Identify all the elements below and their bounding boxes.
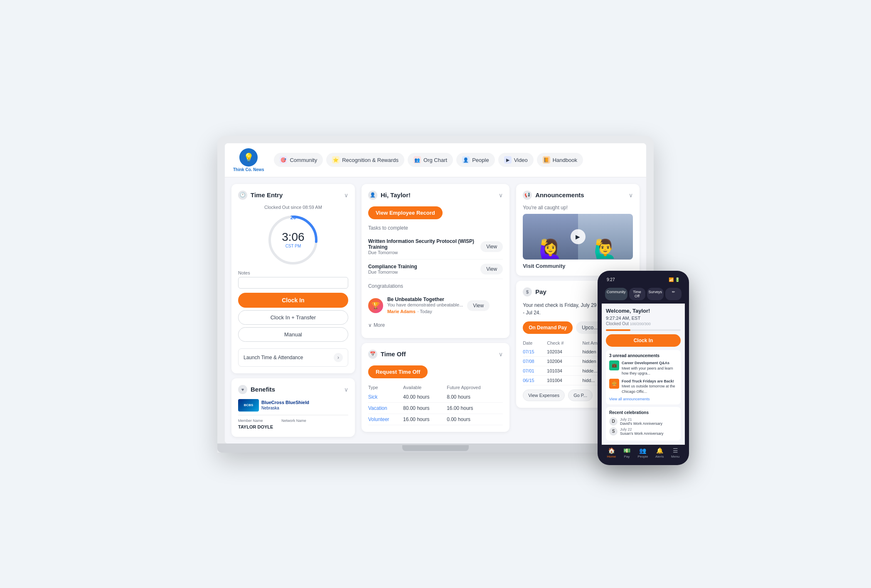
phone-clock-in-button[interactable]: Clock In <box>606 334 681 347</box>
phone-clock-time: 9:27:24 AM, EST <box>606 316 681 321</box>
tab-community[interactable]: 🎯 Community <box>274 153 323 167</box>
celeb-text-1: July 21 David's Work Anniversary <box>620 417 662 426</box>
launch-arrow-icon: › <box>334 353 343 362</box>
main-content: 🕐 Time Entry ∨ Clocked Out since 08:59 A… <box>225 177 646 443</box>
member-name-field: Member Name TAYLOR DOYLE <box>238 419 273 430</box>
col-available: Available <box>403 383 447 392</box>
go-button[interactable]: Go P... <box>568 390 593 401</box>
task-item-compliance: Compliance Training Due Tomorrow View <box>368 260 503 279</box>
phone-bottom-navigation: 🏠 Home 💵 Pay 👥 People 🔔 Alerts ☰ M <box>602 445 685 461</box>
table-row: Sick 40.00 hours 8.00 hours <box>368 392 503 403</box>
phone-celebrations: Recent celebrations D July 21 David's Wo… <box>606 407 681 441</box>
bcbs-logo: BCBS BlueCross BlueShield Nebraska <box>238 399 348 412</box>
on-demand-pay-button[interactable]: On Demand Pay <box>523 321 573 334</box>
visit-community-link[interactable]: Visit Community <box>523 263 633 269</box>
phone-nav-alerts[interactable]: 🔔 Alerts <box>655 447 664 458</box>
hi-card-collapse[interactable]: ∨ <box>499 192 503 198</box>
logo-icon: 💡 <box>239 148 258 167</box>
time-off-collapse[interactable]: ∨ <box>499 351 503 358</box>
caught-up-text: You're all caught up! <box>523 205 633 211</box>
pay-icon: 💵 <box>623 447 630 454</box>
logo-area: 💡 Think Co. News <box>233 148 264 172</box>
time-off-table: Type Available Future Approved Sick 40.0… <box>368 383 503 425</box>
celeb-text-2: July 22 Susan's Work Anniversary <box>620 427 664 436</box>
tab-people[interactable]: 👤 People <box>456 153 495 167</box>
view-wisp-button[interactable]: View <box>480 241 503 252</box>
phone-clocked-out-status: Clocked Out 100/200/300 <box>606 321 681 326</box>
phone-signal-icons: 📶 🔋 <box>669 277 680 282</box>
phone-content: Welcome, Taylor! 9:27:24 AM, EST Clocked… <box>602 304 685 445</box>
view-all-announcements-link[interactable]: View all announcements <box>609 397 677 401</box>
celeb-avatar-1: D <box>609 417 618 426</box>
phone-nav-people[interactable]: 👥 People <box>637 447 648 458</box>
view-compliance-button[interactable]: View <box>480 264 503 274</box>
clock-circle: 26 3:06 CST PM <box>266 213 320 267</box>
pay-col-check: Check # <box>547 339 582 347</box>
congrats-icon: 🏆 <box>368 298 383 313</box>
laptop-screen: 💡 Think Co. News 🎯 Community ⭐ Recogniti… <box>225 143 646 443</box>
more-button[interactable]: ∨ More <box>368 319 385 331</box>
time-off-header: 📅 Time Off ∨ <box>368 350 503 359</box>
tab-org-chart[interactable]: 👥 Org Chart <box>408 153 453 167</box>
request-time-off-button[interactable]: Request Time Off <box>368 365 428 378</box>
task-item-wisp: Written Information Security Protocol (W… <box>368 234 503 260</box>
org-chart-icon: 👥 <box>413 156 421 164</box>
person-left-figure: 🙋‍♀️ <box>539 240 562 258</box>
clock-in-button[interactable]: Clock In <box>238 293 348 308</box>
tab-video[interactable]: ▶ Video <box>498 153 534 167</box>
left-column: 🕐 Time Entry ∨ Clocked Out since 08:59 A… <box>231 184 355 437</box>
announcement-image: 🙋‍♀️ 🙋‍♂️ ▶ <box>523 214 633 260</box>
logo-text: Think Co. News <box>233 167 264 172</box>
col-type: Type <box>368 383 403 392</box>
phone-tab-community[interactable]: Community <box>605 288 627 300</box>
view-congrats-button[interactable]: View <box>467 300 490 311</box>
ann-icon-1: 💼 <box>609 360 619 370</box>
tab-handbook[interactable]: 📙 Handbook <box>537 153 583 167</box>
pay-title: $ Pay <box>523 287 546 296</box>
hi-card: 👤 Hi, Taylor! ∨ View Employee Record Tas… <box>362 184 509 338</box>
alerts-icon: 🔔 <box>656 447 663 454</box>
time-off-title: 📅 Time Off <box>368 350 406 359</box>
phone-nav-menu[interactable]: ☰ Menu <box>671 447 679 458</box>
launch-time-attendance[interactable]: Launch Time & Attendance › <box>238 348 348 367</box>
announcements-collapse[interactable]: ∨ <box>629 192 633 198</box>
manual-button[interactable]: Manual <box>238 327 348 342</box>
time-entry-header: 🕐 Time Entry ∨ <box>238 191 348 200</box>
view-employee-record-button[interactable]: View Employee Record <box>368 206 443 219</box>
phone-ann-count: 3 unread announcements <box>609 353 677 358</box>
bcbs-text: BlueCross BlueShield Nebraska <box>261 400 309 410</box>
phone-ann-item-2: 🍔 Food Truck Fridays are Back! Meet us o… <box>609 379 677 394</box>
view-expenses-button[interactable]: View Expenses <box>523 390 565 401</box>
user-icon: 👤 <box>368 191 377 200</box>
laptop-base <box>217 443 654 453</box>
phone-time: 9:27 <box>607 277 615 282</box>
phone-nav-home[interactable]: 🏠 Home <box>607 447 616 458</box>
play-button[interactable]: ▶ <box>571 229 586 244</box>
notes-input[interactable] <box>238 277 348 289</box>
phone-progress-fill <box>606 329 630 331</box>
celebration-item-1: D July 21 David's Work Anniversary <box>609 417 677 426</box>
laptop-base-notch <box>402 445 469 451</box>
handbook-icon: 📙 <box>543 156 550 164</box>
table-row: Volunteer 16.00 hours 0.00 hours <box>368 414 503 425</box>
congrats-label: Congratulations <box>368 283 503 289</box>
benefits-collapse[interactable]: ∨ <box>344 386 348 393</box>
phone-tab-time-off[interactable]: Time Off <box>629 288 645 300</box>
hi-card-header: 👤 Hi, Taylor! ∨ <box>368 191 503 200</box>
phone-device: 9:27 📶 🔋 Community Time Off Surveys ✏ We… <box>598 271 689 465</box>
phone-edit-icon[interactable]: ✏ <box>665 288 682 300</box>
clock-in-transfer-button[interactable]: Clock In + Transfer <box>238 310 348 325</box>
congrats-content: Be Unbeatable Together You have demonstr… <box>387 296 463 315</box>
table-row: Vacation 80.00 hours 16.00 hours <box>368 402 503 414</box>
community-icon: 🎯 <box>280 156 287 164</box>
tab-recognition[interactable]: ⭐ Recognition & Rewards <box>326 153 404 167</box>
top-navigation: 💡 Think Co. News 🎯 Community ⭐ Recogniti… <box>225 143 646 177</box>
menu-icon: ☰ <box>673 447 678 454</box>
phone-nav-tabs: Community Time Off Surveys ✏ <box>602 284 685 304</box>
phone-welcome-text: Welcome, Taylor! <box>606 308 681 314</box>
person-right-figure: 🙋‍♂️ <box>594 240 617 258</box>
time-entry-collapse[interactable]: ∨ <box>344 192 348 198</box>
notes-label: Notes <box>238 270 348 275</box>
phone-tab-surveys[interactable]: Surveys <box>647 288 664 300</box>
phone-nav-pay[interactable]: 💵 Pay <box>623 447 630 458</box>
